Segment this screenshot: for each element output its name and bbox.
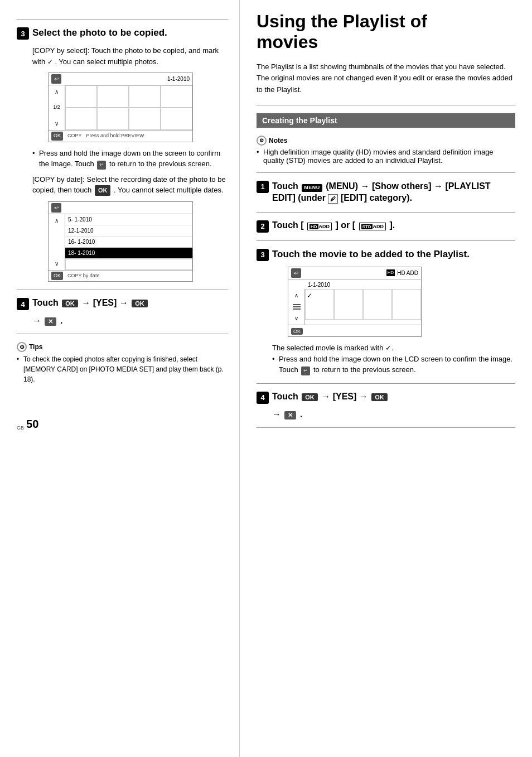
press-hold-note-1: Press and hold the image down on the scr… [32,148,228,170]
tips-header: ⚙ Tips [17,342,228,352]
photo-cell-2[interactable] [97,85,129,108]
step4-header: 4 Touch OK → [YES] → OK [17,298,228,310]
hd-tag: HD [309,224,318,229]
menu-btn[interactable]: MENU [302,184,322,192]
tips-box: ⚙ Tips To check the copied photos after … [17,342,228,384]
right-step3-body: ↩ HD HD ADD 1-1-2010 ∧ ∨ [257,267,515,375]
screen-bottom-bar-2: OK COPY by date [49,270,192,282]
date-list: 5- 1-2010 12-1-2010 16- 1-2010 18- 1-201… [65,214,192,270]
page-number-small: GB [17,425,24,431]
notes-icon: ⚙ [257,136,267,146]
back-button-icon: ↩ [51,74,61,84]
right-step4-x-btn[interactable]: ✕ [284,411,296,420]
step4-text: Touch OK → [YES] → OK [32,298,149,308]
three-lines-icon [291,302,303,312]
right-hd-tag: HD [386,269,395,276]
page-indicator: 1/2 [53,104,60,112]
notes-item-1: High definition image quality (HD) movie… [257,148,515,165]
screen-ok-button-1[interactable]: OK [51,132,63,141]
photo-cell-3[interactable] [129,85,161,108]
right-step1-text: Touch MENU (MENU) → [Show others] → [PLA… [272,181,515,204]
right-step3-header: 3 Touch the movie to be added to the Pla… [257,249,515,261]
step4-ok1-btn[interactable]: OK [62,300,78,307]
date-item-1[interactable]: 5- 1-2010 [65,214,192,225]
right-step1-header: 1 Touch MENU (MENU) → [Show others] → [P… [257,181,515,204]
step4-badge: 4 [17,298,29,310]
nav-up-2: ∧ [55,216,59,225]
date-item-4[interactable]: 18- 1-2010 [65,248,192,259]
empty-cell-date [65,259,192,270]
right-screen-hd: HD HD ADD [386,269,418,277]
selected-movie-text: The selected movie is marked with ✓. [272,343,515,354]
photo-cell-7[interactable] [129,108,161,130]
back-inline-icon-1: ↩ [97,161,106,170]
right-screen-cells [305,289,421,325]
step4-body: → ✕ . [17,316,228,326]
tips-item-1: To check the copied photos after copying… [17,354,228,384]
screen-bottom-bar-1: OK COPY Press and hold:PREVIEW [49,130,192,142]
screen-mockup-2: ↩ ∧ ∨ 5- 1-2010 12-1-2010 16- 1-2010 18-… [48,201,193,282]
section-heading-bar: Creating the Playlist [257,113,515,128]
step4-ok2-btn[interactable]: OK [132,300,148,307]
step4-x-btn[interactable]: ✕ [45,317,56,326]
screen-copy-date-label: COPY by date [67,272,99,280]
right-column: Using the Playlist of movies The Playlis… [240,0,532,757]
page-number: 50 [26,418,38,431]
right-screen-back: ↩ [291,268,301,278]
right-nav-down: ∨ [294,314,298,322]
nav-down-icon: ∨ [55,119,59,128]
photo-cell-4[interactable] [161,85,192,108]
right-step4-ok2-btn[interactable]: OK [371,393,388,401]
right-press-hold-note: Press and hold the image down on the LCD… [272,354,515,375]
screen-preview-label: Press and hold:PREVIEW [86,132,144,140]
photo-cell-6[interactable] [97,108,129,130]
page-title: Using the Playlist of movies [257,11,515,52]
screen-ok-button-2[interactable]: OK [51,272,63,281]
tips-icon: ⚙ [17,342,27,352]
photo-cell-5[interactable] [65,108,97,130]
right-screen-bottom: OK [288,325,421,337]
right-step4-body: → ✕ . [257,409,515,420]
date-item-2[interactable]: 12-1-2010 [65,225,192,237]
left-column: 3 Select the photo to be copied. [COPY b… [0,0,240,757]
right-screen-ok[interactable]: OK [291,328,303,335]
edit-category-icon: 🖊 [328,194,338,204]
right-step4-ok1-btn[interactable]: OK [302,393,318,401]
screen-copy-label-1: COPY [67,132,82,140]
right-step2-header: 2 Touch [ HDADD ] or [ STDADD ]. [257,220,515,233]
step3-badge: 3 [17,27,29,40]
std-add-btn[interactable]: STDADD [359,223,386,230]
nav-up-icon: ∧ [55,88,59,96]
step3-body: [COPY by select]: Touch the photo to be … [17,45,228,282]
right-screen-nav: ∧ ∨ [288,289,305,325]
step3-header: 3 Select the photo to be copied. [17,27,228,40]
right-cell-4[interactable] [392,289,421,320]
photo-cell-8[interactable] [161,108,192,130]
right-step2-badge: 2 [257,220,269,233]
right-nav-up: ∧ [294,291,298,300]
right-cell-2[interactable] [334,289,363,320]
ok-inline-btn-date: OK [95,185,111,196]
right-step1-badge: 1 [257,181,269,193]
copy-by-date-text: [COPY by date]: Select the recording dat… [32,174,228,196]
notes-header: ⚙ Notes [257,136,515,146]
back-btn-screen2: ↩ [51,203,61,213]
right-screen-top: ↩ HD HD ADD [288,267,421,279]
right-step4-header: 4 Touch OK → [YES] → OK [257,392,515,404]
right-screen-date: 1-1-2010 [288,279,421,289]
copy-by-select-text: [COPY by select]: Touch the photo to be … [32,45,228,67]
right-cell-1[interactable] [305,289,334,320]
right-screen-grid: ∧ ∨ [288,289,421,325]
checkmark-icon: ✓ [47,58,53,66]
hd-add-btn[interactable]: HDADD [307,223,332,230]
date-item-3[interactable]: 16- 1-2010 [65,237,192,248]
right-cell-3[interactable] [363,289,392,320]
step3-title: Select the photo to be copied. [32,27,167,38]
notes-box: ⚙ Notes High definition image quality (H… [257,136,515,165]
std-tag: STD [361,224,373,229]
screen-top-bar-2: ↩ [49,202,192,214]
screen-date-1: 1-1-2010 [167,75,190,83]
photo-cell-1[interactable] [65,85,97,108]
right-back-inline-icon: ↩ [301,367,310,375]
page-number-area: GB 50 [17,418,228,431]
